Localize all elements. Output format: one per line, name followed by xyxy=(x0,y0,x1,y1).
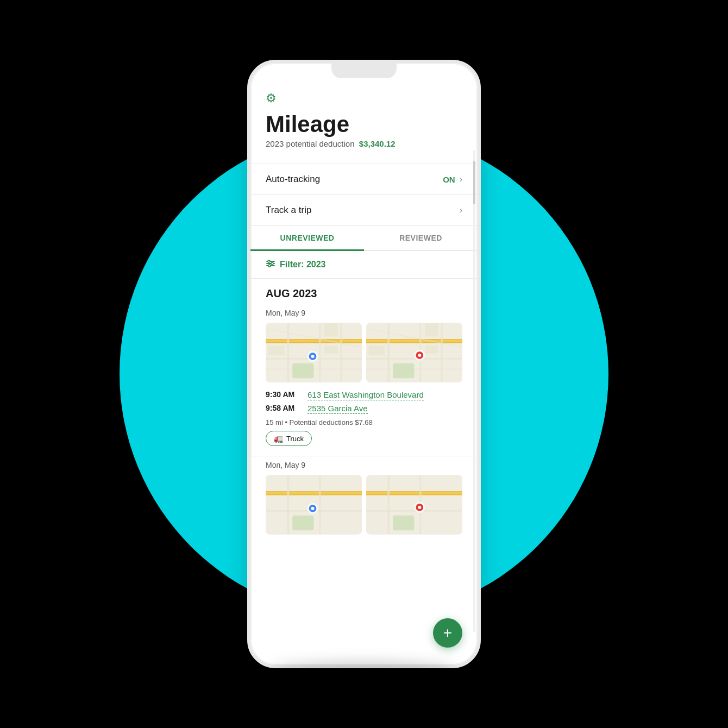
svg-point-4 xyxy=(271,262,273,265)
svg-rect-57 xyxy=(366,510,462,512)
svg-rect-26 xyxy=(366,343,462,343)
map-thumb-end[interactable] xyxy=(366,323,462,382)
map-thumb-start[interactable] xyxy=(266,323,362,382)
svg-point-61 xyxy=(418,506,421,509)
trip-start-time: 9:30 AM xyxy=(266,390,301,399)
svg-point-22 xyxy=(311,355,315,358)
svg-rect-18 xyxy=(324,346,338,354)
svg-point-3 xyxy=(268,260,270,262)
svg-point-39 xyxy=(418,354,421,357)
svg-rect-53 xyxy=(366,492,462,492)
auto-tracking-right: ON › xyxy=(443,174,462,184)
svg-rect-55 xyxy=(387,475,390,534)
svg-rect-42 xyxy=(266,492,362,492)
deduction-label: 2023 potential deduction xyxy=(266,139,354,148)
auto-tracking-row[interactable]: Auto-tracking ON › xyxy=(250,164,478,194)
svg-rect-34 xyxy=(369,346,385,355)
trip-date: Mon, May 9 xyxy=(266,309,462,317)
header: ⚙ Mileage 2023 potential deduction $3,34… xyxy=(250,83,478,164)
svg-rect-33 xyxy=(393,363,414,379)
svg-rect-24 xyxy=(366,340,462,343)
scrollbar-thumb xyxy=(473,161,475,204)
trip-end-row: 9:58 AM 2535 Garcia Ave xyxy=(266,404,462,414)
track-trip-chevron-icon: › xyxy=(460,205,462,215)
svg-point-5 xyxy=(268,265,271,267)
page-title: Mileage xyxy=(266,112,462,137)
svg-rect-7 xyxy=(266,340,362,343)
filter-text: Filter: 2023 xyxy=(280,260,325,269)
truck-icon: 🚛 xyxy=(274,434,283,443)
filter-icon xyxy=(266,259,275,271)
map-thumb-start-2[interactable] xyxy=(266,475,362,535)
trip-end-address[interactable]: 2535 Garcia Ave xyxy=(307,404,368,414)
trip-end-time: 9:58 AM xyxy=(266,404,301,412)
phone-shadow xyxy=(272,662,456,678)
svg-rect-19 xyxy=(324,323,338,337)
phone-notch xyxy=(331,63,397,78)
svg-rect-44 xyxy=(287,475,289,534)
deduction-amount: $3,340.12 xyxy=(359,139,396,148)
auto-tracking-label: Auto-tracking xyxy=(266,174,320,185)
svg-rect-52 xyxy=(366,492,462,495)
trip-stats: 15 mi • Potential deductions $7.68 xyxy=(266,418,462,426)
vehicle-label: Truck xyxy=(286,435,304,443)
screen: ⚙ Mileage 2023 potential deduction $3,34… xyxy=(250,83,478,665)
svg-rect-41 xyxy=(266,492,362,495)
svg-rect-8 xyxy=(266,340,362,340)
svg-rect-47 xyxy=(292,516,313,531)
tab-unreviewed[interactable]: UNREVIEWED xyxy=(250,226,364,250)
auto-tracking-status: ON xyxy=(443,175,455,184)
tabs: UNREVIEWED REVIEWED xyxy=(250,225,478,251)
svg-rect-29 xyxy=(441,323,443,382)
deduction-line: 2023 potential deduction $3,340.12 xyxy=(266,139,462,148)
section-header: AUG 2023 xyxy=(250,279,478,304)
svg-rect-16 xyxy=(292,363,313,379)
phone-frame: ⚙ Mileage 2023 potential deduction $3,34… xyxy=(247,60,481,668)
svg-rect-36 xyxy=(425,323,438,337)
svg-rect-11 xyxy=(319,323,321,382)
svg-rect-9 xyxy=(266,343,362,343)
svg-rect-58 xyxy=(393,516,414,531)
track-trip-label: Track a trip xyxy=(266,205,311,216)
filter-row[interactable]: Filter: 2023 xyxy=(250,251,478,279)
map-row-2 xyxy=(266,475,462,535)
map-row xyxy=(266,323,462,382)
vehicle-badge[interactable]: 🚛 Truck xyxy=(266,431,312,446)
trip-start-address[interactable]: 613 East Washington Boulevard xyxy=(307,390,424,400)
map-thumb-end-2[interactable] xyxy=(366,475,462,535)
trip-item: Mon, May 9 xyxy=(250,304,478,456)
trip-item-2: Mon, May 9 xyxy=(250,456,478,535)
svg-rect-35 xyxy=(425,346,438,354)
track-trip-row[interactable]: Track a trip › xyxy=(250,194,478,225)
svg-rect-54 xyxy=(366,495,462,495)
svg-rect-12 xyxy=(341,323,342,382)
svg-rect-10 xyxy=(287,323,289,382)
auto-tracking-chevron-icon: › xyxy=(460,174,462,184)
tab-reviewed[interactable]: REVIEWED xyxy=(364,226,478,250)
svg-rect-25 xyxy=(366,340,462,340)
phone-wrapper: ⚙ Mileage 2023 potential deduction $3,34… xyxy=(247,60,481,668)
add-trip-fab[interactable]: + xyxy=(433,618,462,648)
section-title: AUG 2023 xyxy=(266,287,462,300)
svg-point-50 xyxy=(311,507,315,510)
scrollbar-track xyxy=(473,150,475,632)
phone-content: ⚙ Mileage 2023 potential deduction $3,34… xyxy=(250,63,478,665)
settings-icon[interactable]: ⚙ xyxy=(266,91,462,105)
svg-rect-30 xyxy=(366,358,462,360)
trip-date-2: Mon, May 9 xyxy=(266,461,462,469)
svg-rect-45 xyxy=(319,475,321,534)
track-trip-right: › xyxy=(460,205,462,215)
svg-rect-27 xyxy=(387,323,390,382)
trip-start-row: 9:30 AM 613 East Washington Boulevard xyxy=(266,390,462,400)
svg-rect-43 xyxy=(266,495,362,495)
svg-rect-17 xyxy=(268,346,285,355)
